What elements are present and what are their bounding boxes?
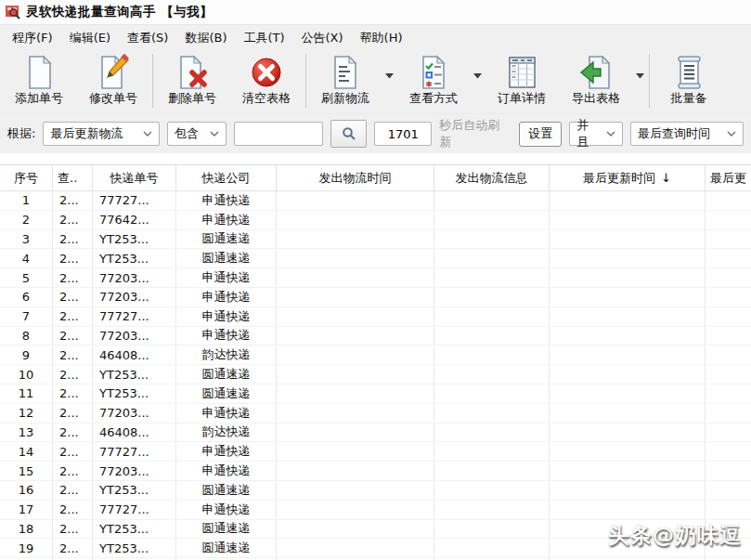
table-row[interactable]: 12...77727...申通快递 [0, 191, 751, 211]
column-header-last-update2[interactable]: 最后更 [706, 165, 751, 190]
column-header-tracking[interactable]: 快递单号 [93, 165, 176, 190]
menu-item-help[interactable]: 帮助(H) [352, 26, 411, 50]
edit-order-button[interactable]: 修改单号 [76, 51, 150, 106]
menu-item-tools[interactable]: 工具(T) [235, 26, 292, 50]
table-row[interactable]: 132...46408...韵达快递 [0, 423, 751, 443]
export-table-dropdown[interactable] [633, 51, 647, 79]
cell-ship-info [434, 191, 550, 210]
toolbar-button-label: 批量备 [671, 91, 707, 106]
table-row[interactable]: 62...77203...申通快递 [0, 288, 751, 307]
cell-seq: 15 [0, 462, 53, 480]
view-mode-button[interactable]: 查看方式 [396, 51, 471, 106]
cell-company: 圆通速递 [176, 384, 277, 403]
cell-ship-time [277, 520, 434, 539]
cell-ship-info [434, 423, 550, 442]
cell-company: 申通快递 [176, 404, 277, 423]
cell-last-update2 [706, 423, 751, 442]
cell-ship-info [434, 539, 550, 557]
column-header-ship-info[interactable]: 发出物流信息 [434, 165, 550, 190]
view-mode-dropdown[interactable] [471, 51, 485, 79]
table-row[interactable]: 162...YT253...圆通速递 [0, 481, 751, 501]
window-title: 灵软快递批量查询高手 【与我】 [26, 4, 213, 20]
cell-last-update2 [706, 501, 751, 519]
search-button[interactable] [330, 120, 367, 148]
sort-field-value: 最后查询时间 [638, 125, 710, 142]
settings-button[interactable]: 设置 [519, 122, 562, 147]
table-row[interactable]: 72...77727...申通快递 [0, 307, 751, 327]
table-row[interactable]: 102...YT253...圆通速递 [0, 365, 751, 384]
cell-tracking: 77203... [93, 268, 176, 287]
cell-company: 申通快递 [176, 307, 277, 326]
cell-last-update [550, 442, 706, 461]
table-row[interactable]: 172...77727...申通快递 [0, 501, 751, 520]
filter-operator-select[interactable]: 包含 [167, 122, 227, 146]
cell-company: 韵达快递 [176, 345, 277, 364]
column-header-c2[interactable]: 查.. [53, 165, 93, 190]
sort-field-select[interactable]: 最后查询时间 [630, 122, 744, 146]
cell-c2: 2... [53, 539, 93, 557]
add-order-button[interactable]: 添加单号 [2, 51, 76, 106]
table-row[interactable]: 42...YT253...圆通速递 [0, 249, 751, 268]
column-header-ship-time[interactable]: 发出物流时间 [277, 165, 434, 190]
delete-order-button[interactable]: 删除单号 [155, 51, 229, 106]
column-header-seq[interactable]: 序号 [0, 165, 53, 190]
sort-desc-icon: ↓ [661, 171, 671, 185]
cell-last-update [550, 268, 706, 287]
batch-note-button[interactable]: 批量备 [652, 51, 726, 106]
cell-last-update [550, 501, 706, 519]
cell-seq: 16 [0, 481, 53, 500]
cell-last-update [550, 230, 706, 249]
cell-tracking: 46408... [93, 423, 176, 442]
logic-value: 并且 [576, 117, 601, 150]
menu-item-program[interactable]: 程序(F) [4, 26, 61, 50]
cell-c2: 2... [53, 442, 93, 461]
chevron-down-icon [143, 131, 152, 137]
search-input[interactable] [234, 122, 323, 146]
table-row[interactable]: 112...YT253...圆通速递 [0, 384, 751, 404]
cell-seq: 18 [0, 520, 53, 539]
cell-company: 圆通速递 [176, 539, 277, 557]
table-row[interactable]: 52...77203...申通快递 [0, 268, 751, 288]
table-row[interactable]: 82...77203...申通快递 [0, 327, 751, 346]
table-row[interactable]: 22...77642...申通快递 [0, 211, 751, 230]
countdown-hint: 秒后自动刷新 [439, 117, 511, 150]
cell-last-update [550, 191, 706, 210]
menu-item-data[interactable]: 数据(B) [176, 26, 235, 50]
cell-ship-time [277, 481, 434, 500]
logic-select[interactable]: 并且 [569, 122, 623, 146]
table-row[interactable]: 32...YT253...圆通速递 [0, 230, 751, 250]
cell-tracking: YT253... [93, 539, 176, 557]
cell-ship-info [434, 481, 550, 500]
cell-seq: 17 [0, 501, 53, 519]
title-bar: 灵软快递批量查询高手 【与我】 [0, 0, 751, 24]
filter-field-select[interactable]: 最后更新物流 [43, 122, 160, 146]
cell-ship-time [277, 288, 434, 306]
menu-item-view[interactable]: 查看(S) [119, 26, 176, 50]
order-detail-button[interactable]: 订单详情 [485, 51, 559, 106]
toolbar-button-label: 导出表格 [572, 91, 620, 106]
table-header: 序号 查.. 快递单号 快递公司 发出物流时间 发出物流信息 最后更新时间 ↓ … [0, 164, 751, 191]
delete-order-icon [175, 54, 209, 91]
countdown-input[interactable] [374, 122, 432, 146]
refresh-logistics-button[interactable]: 刷新物流 [308, 51, 382, 106]
cell-tracking: YT253... [93, 481, 176, 500]
cell-tracking: 77203... [93, 462, 176, 480]
cell-ship-time [277, 230, 434, 249]
table-row[interactable]: 142...77727...申通快递 [0, 442, 751, 462]
cell-tracking: 77727... [93, 442, 176, 461]
column-header-company[interactable]: 快递公司 [176, 165, 277, 190]
table-row[interactable]: 92...46408...韵达快递 [0, 345, 751, 365]
cell-tracking: 77203... [93, 404, 176, 423]
cell-ship-info [434, 404, 550, 423]
menu-item-edit[interactable]: 编辑(E) [61, 26, 119, 50]
table-row[interactable]: 122...77203...申通快递 [0, 404, 751, 423]
cell-c2: 2... [53, 423, 93, 442]
table-row[interactable]: 152...77203...申通快递 [0, 462, 751, 481]
column-header-last-update[interactable]: 最后更新时间 ↓ [550, 165, 706, 190]
clear-table-button[interactable]: 清空表格 [229, 51, 304, 106]
menu-item-notice[interactable]: 公告(X) [293, 26, 352, 50]
cell-ship-time [277, 384, 434, 403]
export-table-button[interactable]: 导出表格 [559, 51, 633, 106]
cell-company: 韵达快递 [176, 423, 277, 442]
refresh-logistics-dropdown[interactable] [382, 51, 396, 79]
